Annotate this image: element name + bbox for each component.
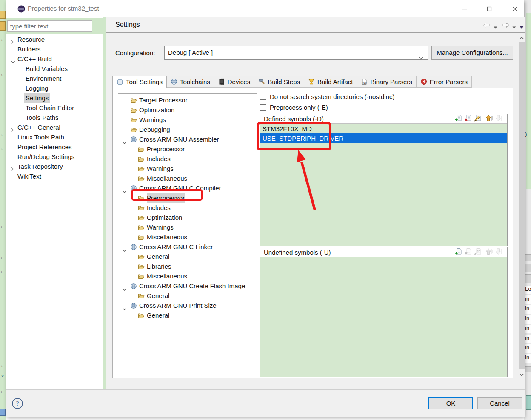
chevron-right-icon[interactable] [11,125,15,130]
close-button[interactable] [508,4,522,14]
nostdinc-checkbox[interactable] [260,94,266,100]
defined-symbols-list[interactable]: STM32F10X_MDUSE_STDPERIPH_DRIVER [260,124,507,246]
chevron-down-icon[interactable] [122,304,126,308]
sidebar-item-wikitext[interactable]: WikiText [6,171,103,181]
sidebar-item-resource[interactable]: Resource [6,34,103,44]
configuration-select[interactable]: Debug [ Active ] [164,46,428,60]
maximize-button[interactable] [482,4,497,14]
minimize-button[interactable] [457,4,472,14]
tool-tree-item-preprocessor[interactable]: Preprocessor [118,144,257,154]
nostdinc-label: Do not search system directories (-nostd… [270,93,394,101]
sidebar-item-project-references[interactable]: Project References [6,142,103,152]
sidebar-item-linux-tools-path[interactable]: Linux Tools Path [6,132,103,142]
tab-build-artifact[interactable]: Build Artifact [304,76,357,88]
back-arrow-icon[interactable] [482,22,491,30]
undefined-symbols-title: Undefined symbols (-U) [264,248,331,257]
tool-tree-item-general[interactable]: General [118,291,257,301]
vertical-scrollbar[interactable] [518,33,525,404]
tab-binary-parsers[interactable]: 010Binary Parsers [357,76,416,88]
background-text-fragment: in [525,354,531,363]
sidebar-item-c-c-build[interactable]: C/C++ Build [6,54,103,64]
sidebar-item-settings[interactable]: Settings [6,93,103,103]
filter-input[interactable] [7,20,92,32]
tool-tree-item-miscellaneous[interactable]: Miscellaneous [118,271,257,281]
sidebar-item-build-variables[interactable]: Build Variables [6,64,103,74]
tool-tree-item-label: Cross ARM GNU C Linker [139,242,213,252]
forward-history-dropdown-icon[interactable] [512,23,517,31]
cancel-button[interactable]: Cancel [477,397,522,409]
background-window-right-strip: )Loininininininin [524,0,531,420]
tool-tree-item-debugging[interactable]: Debugging [118,125,257,134]
tab-tool-settings[interactable]: Tool Settings [112,76,167,88]
page-title: Settings [115,21,140,28]
tool-tree-item-label: Cross ARM GNU Create Flash Image [139,281,245,291]
tool-settings-tree: Target ProcessorOptimizationWarningsDebu… [118,93,257,377]
forward-arrow-icon[interactable] [502,22,510,30]
tool-tree-item-cross-arm-gnu-c-compiler[interactable]: Cross ARM GNU C Compiler [118,183,257,193]
tool-tree-item-cross-arm-gnu-assembler[interactable]: Cross ARM GNU Assembler [118,134,257,144]
tab-build-steps[interactable]: Build Steps [254,76,304,88]
tool-tree-item-preprocessor[interactable]: Preprocessor [118,193,257,203]
edit-symbol-icon[interactable] [474,114,482,123]
tool-tree-item-warnings[interactable]: Warnings [118,115,257,125]
tool-tree-item-general[interactable]: General [118,310,257,320]
preprocess-only-checkbox[interactable] [260,104,266,111]
sidebar-item-tools-paths[interactable]: Tools Paths [6,113,103,122]
tool-tree-item-optimization[interactable]: Optimization [118,213,257,222]
background-tree-chevron: › [1,363,3,369]
add-symbol-icon[interactable] [454,114,463,123]
tab-toolchains[interactable]: Toolchains [167,76,214,88]
tool-tree-item-cross-arm-gnu-print-size[interactable]: Cross ARM GNU Print Size [118,301,257,310]
tool-tree-item-general[interactable]: General [118,252,257,261]
background-tree-chevron: › [1,389,3,394]
tool-tree-item-warnings[interactable]: Warnings [118,164,257,173]
delete-symbol-icon[interactable] [464,114,473,123]
tool-tree-item-warnings[interactable]: Warnings [118,222,257,232]
symbol-item-stm32f10x-md[interactable]: STM32F10X_MD [260,124,507,133]
dialog-titlebar[interactable]: Properties for stm32_test [6,0,524,17]
background-text-fragment: ) [525,131,531,139]
sidebar-item-c-c-general[interactable]: C/C++ General [6,122,103,132]
ok-button[interactable]: OK [428,397,473,409]
folder-icon [138,292,145,299]
folder-icon [138,204,145,211]
add-symbol-icon[interactable] [454,248,463,256]
move-up-icon[interactable] [485,114,494,123]
help-button[interactable]: ? [11,397,23,409]
chevron-right-icon[interactable] [11,37,15,42]
sidebar-sash[interactable] [103,17,106,389]
view-menu-icon[interactable] [519,23,524,31]
sidebar-item-task-repository[interactable]: Task Repository [6,162,103,171]
chevron-down-icon[interactable] [122,284,126,288]
scroll-up-icon[interactable] [518,34,525,42]
tool-tree-item-includes[interactable]: Includes [118,203,257,213]
chevron-right-icon[interactable] [11,164,15,169]
tool-tree-item-target-processor[interactable]: Target Processor [118,95,257,105]
sidebar-item-builders[interactable]: Builders [6,44,103,54]
tool-tree-item-optimization[interactable]: Optimization [118,105,257,115]
undefined-symbols-list[interactable] [260,257,507,377]
scrollbar-thumb[interactable] [519,42,525,369]
tab-devices[interactable]: Devices [214,76,254,88]
sidebar-item-tool-chain-editor[interactable]: Tool Chain Editor [6,103,103,113]
tool-tree-item-cross-arm-gnu-create-flash-image[interactable]: Cross ARM GNU Create Flash Image [118,281,257,291]
chevron-down-icon[interactable] [122,186,126,190]
tool-tree-item-miscellaneous[interactable]: Miscellaneous [118,232,257,242]
sidebar-item-logging[interactable]: Logging [6,83,103,93]
symbol-item-use-stdperiph-driver[interactable]: USE_STDPERIPH_DRIVER [260,133,507,143]
sidebar-item-run-debug-settings[interactable]: Run/Debug Settings [6,152,103,162]
tool-tree-item-cross-arm-gnu-c-linker[interactable]: Cross ARM GNU C Linker [118,242,257,252]
tool-tree-item-libraries[interactable]: Libraries [118,261,257,271]
scroll-down-icon[interactable] [518,371,525,378]
manage-configurations-button[interactable]: Manage Configurations... [431,46,513,60]
tool-tree-item-includes[interactable]: Includes [118,154,257,164]
back-history-dropdown-icon[interactable] [493,23,498,31]
tool-tree-item-label: Miscellaneous [147,271,187,281]
chevron-down-icon[interactable] [122,245,126,249]
tab-error-parsers[interactable]: Error Parsers [417,76,472,88]
tool-tree-item-miscellaneous[interactable]: Miscellaneous [118,173,257,183]
chevron-down-icon[interactable] [122,137,126,142]
sidebar-item-environment[interactable]: Environment [6,74,103,83]
folder-icon [138,233,145,240]
chevron-down-icon[interactable] [11,57,15,61]
